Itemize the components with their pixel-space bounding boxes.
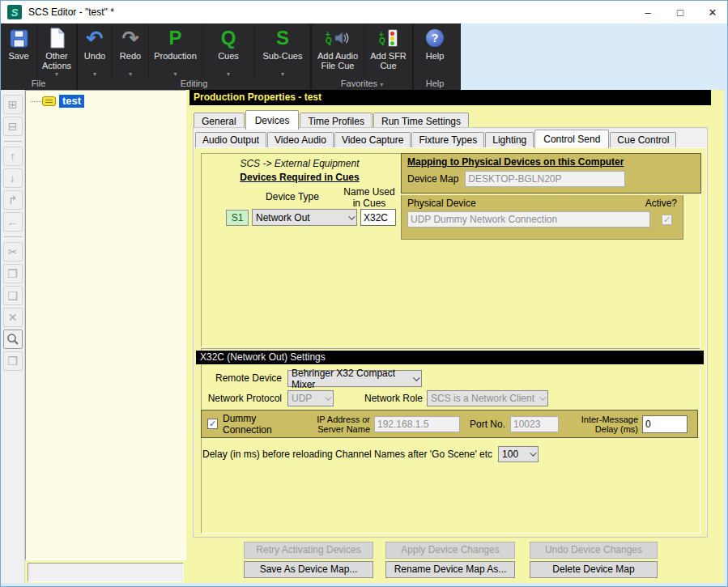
reload-delay-label: Delay (in ms) before reloading Channel N… [202,449,492,460]
tab-audio-output[interactable]: Audio Output [195,132,266,148]
title-bar: S SCS Editor - "test" * – □ ✕ [1,1,728,23]
add-sfr-cue-button[interactable]: +Q Add SFR Cue [364,23,412,78]
device-map-input[interactable] [465,171,625,187]
tab-control-send[interactable]: Control Send [534,130,609,148]
ribbon-group-label-editing: Editing [78,78,310,90]
tab-devices[interactable]: Devices [245,110,300,130]
device-id-badge: S1 [226,210,249,226]
cut-button[interactable]: ✂ [3,242,23,262]
physical-device-input[interactable] [407,211,650,228]
rename-device-map-button[interactable]: Rename Device Map As... [385,561,515,578]
find-button[interactable] [3,330,23,349]
minimize-button[interactable]: – [632,1,664,23]
tab-fixture-types[interactable]: Fixture Types [411,132,484,148]
tree-node-root[interactable]: test [31,95,185,108]
name-in-cues-input[interactable] [360,209,396,226]
ribbon-group-favorites: +Q Add Audio File Cue +Q Add SFR Cue Fav… [312,23,414,90]
remote-device-select[interactable]: Behringer X32 Compact Mixer [287,370,422,387]
delete-button[interactable]: ✕ [3,308,23,327]
active-checkbox[interactable]: ✓ [662,215,672,225]
help-icon: ? [426,29,444,47]
traffic-light-icon [388,29,398,47]
network-protocol-select[interactable]: UDP [287,390,334,406]
ribbon-group-label-help: Help [414,78,456,90]
new-cue-icon: ⊞ [8,98,18,111]
delete-x-icon: ✕ [8,311,18,324]
window-title: SCS Editor - "test" * [28,6,114,18]
production-node-icon [42,96,56,106]
panel-title: Production Properties - test [189,90,711,105]
undo-button[interactable]: ↶ Undo ▾ [78,23,113,78]
inter-message-delay-input[interactable] [642,415,688,433]
new-cue-button[interactable]: ⊞ [3,95,23,114]
delete-cue-button[interactable]: ⊟ [3,117,23,136]
devices-section: SCS -> External Equipment Devices Requir… [201,153,700,347]
dummy-connection-label: Dummy Connection [223,413,304,436]
physical-device-panel: Physical Device Active? ✓ [401,195,683,240]
redo-button[interactable]: ↷ Redo ▾ [113,23,149,78]
close-button[interactable]: ✕ [696,1,728,23]
network-role-select[interactable]: SCS is a Network Client [427,390,548,406]
inter-message-delay-label: Inter-Message Delay (ms) [568,415,638,434]
move-down-button[interactable]: ↓ [3,168,23,188]
ribbon-group-editing: ↶ Undo ▾ ↷ Redo ▾ P Production ▾ Q Cues [78,23,312,90]
chevron-down-icon: ▾ [129,70,132,78]
speaker-icon [334,30,350,46]
subcues-s-icon: S [276,26,289,50]
maximize-button[interactable]: □ [664,1,696,23]
add-audio-file-cue-button[interactable]: +Q Add Audio File Cue [312,23,364,78]
chevron-down-icon: ▾ [227,70,230,78]
copy-button[interactable]: ❐ [3,264,23,283]
device-type-select[interactable]: Network Out [252,209,357,226]
save-button[interactable]: Save [1,23,37,78]
tree-footer-panel [28,563,184,582]
other-actions-button[interactable]: Other Actions ▾ [37,23,76,78]
undo-arrow-icon: ↶ [87,26,104,50]
undo-device-changes-button[interactable]: Undo Device Changes [530,542,658,559]
connection-panel: ✓ Dummy Connection IP Address or Server … [201,410,698,438]
tab-video-audio[interactable]: Video Audio [267,132,334,148]
apply-device-changes-button[interactable]: Apply Device Changes [385,542,515,559]
move-out-button[interactable]: ↱ [3,190,23,210]
name-used-header: Name Used in Cues [341,186,398,209]
add-audio-cue-icon: +Q [326,26,350,50]
sub-cues-button[interactable]: S Sub-Cues ▾ [255,23,310,78]
tree-node-label: test [59,95,84,108]
copy-cues-button[interactable]: ❒ [3,351,23,371]
move-up-button[interactable]: ↑ [3,147,23,166]
cue-tree: test [25,90,186,560]
paste-icon: ❑ [7,289,18,302]
move-left-icon: ← [7,215,19,228]
redo-arrow-icon: ↷ [122,26,139,50]
move-left-button[interactable]: ← [3,212,23,232]
tab-cue-control[interactable]: Cue Control [610,132,676,148]
help-button[interactable]: ? Help [414,23,456,78]
add-sfr-cue-icon: +Q [379,26,398,50]
chevron-down-icon: ▾ [173,70,177,78]
production-button[interactable]: P Production ▾ [149,23,202,78]
move-up-icon: ↑ [10,150,15,163]
chevron-down-icon: ▾ [281,70,284,78]
production-p-icon: P [168,26,181,50]
toolbar-divider [4,141,22,142]
tree-connector [31,101,41,102]
ribbon-toolbar: Save Other Actions ▾ File ↶ Undo ▾ [1,23,461,90]
paste-button[interactable]: ❑ [3,286,23,305]
retry-activating-devices-button[interactable]: Retry Activating Devices [244,542,373,559]
production-properties-panel: Production Properties - test General Dev… [189,90,711,582]
delete-device-map-button[interactable]: Delete Device Map [530,561,658,578]
port-label: Port No. [470,419,505,430]
save-as-device-map-button[interactable]: Save As Device Map... [244,561,373,578]
ip-address-input[interactable] [374,416,460,432]
port-input[interactable] [510,416,559,432]
tab-lighting[interactable]: Lighting [485,132,534,148]
reload-delay-select[interactable]: 100 [498,446,539,462]
mapping-title: Mapping to Physical Devices on this Comp… [407,156,695,168]
devices-tab-page: Audio Output Video Audio Video Capture F… [193,127,708,538]
save-floppy-icon [9,26,29,50]
ip-address-label: IP Address or Server Name [304,415,370,434]
cues-button[interactable]: Q Cues ▾ [202,23,255,78]
dummy-connection-checkbox[interactable]: ✓ [207,419,218,429]
cut-scissors-icon: ✂ [8,245,18,258]
tab-video-capture[interactable]: Video Capture [334,132,411,148]
